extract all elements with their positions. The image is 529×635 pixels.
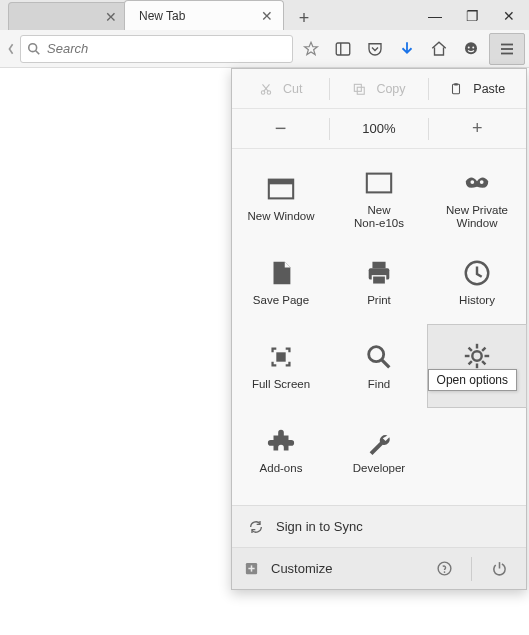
svg-point-28	[369, 347, 384, 362]
close-icon[interactable]: ✕	[103, 9, 119, 25]
menu-button[interactable]	[489, 33, 525, 65]
svg-line-36	[482, 362, 485, 365]
svg-rect-27	[276, 353, 285, 362]
search-icon	[27, 42, 41, 56]
bookmark-star-icon[interactable]	[295, 33, 327, 65]
plus-icon[interactable]	[244, 561, 259, 576]
power-button[interactable]	[484, 560, 514, 577]
svg-line-37	[482, 348, 485, 351]
svg-point-5	[468, 46, 470, 48]
label: New Non-e10s	[354, 204, 404, 230]
toolbar	[0, 30, 529, 68]
label: Save Page	[253, 294, 309, 307]
svg-rect-2	[336, 43, 350, 55]
menu-grid: New Window New Non-e10s New Private Wind…	[232, 149, 526, 505]
history-button[interactable]: History	[428, 241, 526, 325]
sync-label: Sign in to Sync	[276, 519, 363, 534]
label: New Private Window	[446, 204, 508, 230]
label: Print	[367, 294, 391, 307]
titlebar: ✕ New Tab ✕ + — ❐ ✕	[0, 0, 529, 30]
tab-title: New Tab	[133, 9, 259, 23]
label: Find	[368, 378, 390, 391]
options-button[interactable]: Options	[427, 324, 527, 408]
copy-label: Copy	[376, 82, 405, 96]
new-private-window-button[interactable]: New Private Window	[428, 157, 526, 241]
svg-point-30	[472, 352, 481, 361]
zoom-row: − 100% +	[232, 109, 526, 149]
customize-row: Customize	[232, 547, 526, 589]
svg-point-0	[29, 43, 37, 51]
svg-rect-15	[358, 87, 365, 94]
svg-line-35	[469, 348, 472, 351]
label: History	[459, 294, 495, 307]
svg-rect-16	[453, 84, 460, 93]
tab-strip: ✕ New Tab ✕ +	[0, 0, 428, 30]
zoom-in-button[interactable]: +	[429, 109, 526, 148]
cut-button[interactable]: Cut	[232, 69, 329, 108]
svg-point-43	[443, 571, 445, 573]
find-button[interactable]: Find	[330, 325, 428, 409]
save-page-button[interactable]: Save Page	[232, 241, 330, 325]
customize-label[interactable]: Customize	[271, 561, 332, 576]
addons-button[interactable]: Add-ons	[232, 409, 330, 493]
zoom-out-button[interactable]: −	[232, 109, 329, 148]
svg-point-21	[470, 180, 474, 184]
new-tab-button[interactable]: +	[290, 6, 318, 30]
paste-button[interactable]: Paste	[429, 69, 526, 108]
menu-panel: Cut Copy Paste − 100% + New Window New N…	[231, 68, 527, 590]
svg-line-1	[36, 50, 40, 54]
svg-point-4	[465, 42, 477, 54]
window-controls: — ❐ ✕	[428, 8, 529, 30]
label: Developer	[353, 462, 405, 475]
window-close-button[interactable]: ✕	[503, 8, 515, 24]
close-icon[interactable]: ✕	[259, 8, 275, 24]
back-button[interactable]	[4, 33, 18, 65]
label: New Window	[247, 210, 314, 223]
help-button[interactable]	[429, 560, 459, 577]
svg-point-6	[472, 46, 474, 48]
new-non-e10s-button[interactable]: New Non-e10s	[330, 157, 428, 241]
search-input[interactable]	[47, 41, 286, 56]
developer-button[interactable]: Developer	[330, 409, 428, 493]
toolbar-icons	[295, 33, 525, 65]
cut-label: Cut	[283, 82, 302, 96]
downloads-icon[interactable]	[391, 33, 423, 65]
edit-row: Cut Copy Paste	[232, 69, 526, 109]
svg-rect-14	[355, 84, 362, 91]
home-icon[interactable]	[423, 33, 455, 65]
full-screen-button[interactable]: Full Screen	[232, 325, 330, 409]
svg-line-38	[469, 362, 472, 365]
label: Add-ons	[260, 462, 303, 475]
new-window-button[interactable]: New Window	[232, 157, 330, 241]
tooltip: Open options	[428, 369, 517, 391]
label: Full Screen	[252, 378, 310, 391]
print-button[interactable]: Print	[330, 241, 428, 325]
sign-in-sync-button[interactable]: Sign in to Sync	[232, 505, 526, 547]
paste-label: Paste	[473, 82, 505, 96]
sync-icon	[248, 519, 264, 535]
minimize-button[interactable]: —	[428, 8, 442, 24]
pocket-icon[interactable]	[359, 33, 391, 65]
svg-rect-25	[372, 276, 385, 284]
zoom-level[interactable]: 100%	[330, 109, 427, 148]
svg-rect-17	[455, 83, 459, 85]
svg-rect-20	[367, 173, 391, 192]
svg-point-22	[480, 180, 484, 184]
copy-button[interactable]: Copy	[330, 69, 427, 108]
sidebar-icon[interactable]	[327, 33, 359, 65]
tab-active[interactable]: New Tab ✕	[124, 0, 284, 30]
svg-rect-23	[372, 262, 385, 269]
search-bar[interactable]	[20, 35, 293, 63]
chat-icon[interactable]	[455, 33, 487, 65]
svg-rect-19	[269, 180, 293, 185]
tab-inactive[interactable]: ✕	[8, 2, 128, 30]
maximize-button[interactable]: ❐	[466, 8, 479, 24]
svg-line-29	[382, 360, 390, 368]
